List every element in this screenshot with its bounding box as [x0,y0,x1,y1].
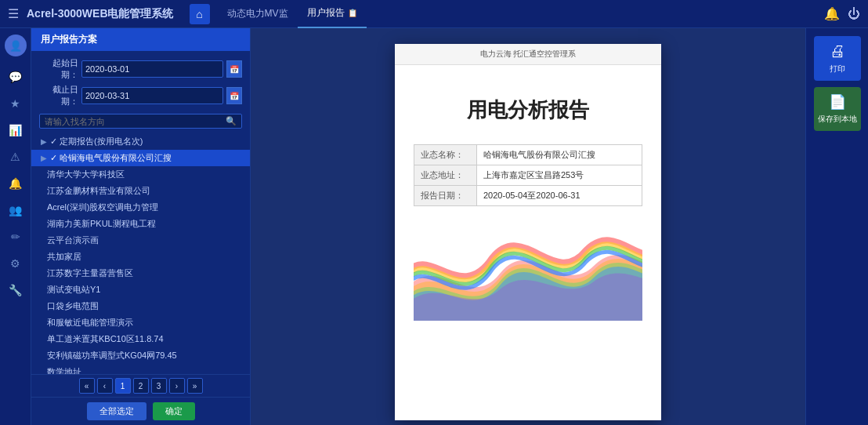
tree-item[interactable]: 湖南力美新PKUL测程电工程 [31,216,250,232]
search-row: 🔍 [39,114,242,129]
panel-header: 用户报告方案 [31,28,250,51]
tree-item[interactable]: 单工道米置其KBC10区11.8.74 [31,331,250,347]
nav-item-badge: 📋 [348,9,357,17]
print-label: 打印 [830,64,845,74]
nav-item-reports[interactable]: 用户报告 📋 [298,0,367,28]
table-row: 报告日期： 2020-05-04至2020-06-31 [414,186,642,206]
start-date-label: 起始日期： [39,57,78,81]
info-label: 业态地址： [414,165,477,186]
right-panel: 🖨 打印 📄 保存到本地 [805,28,868,425]
sidebar-icon-chart[interactable]: 📊 [5,119,27,141]
topbar-nav: 动态电力MV监 用户报告 📋 [218,0,825,28]
tree-item[interactable]: 江苏数字主量器营售区 [31,265,250,282]
topbar: ☰ Acrel-3000WEB电能管理系统 ⌂ 动态电力MV监 用户报告 📋 🔔… [0,0,868,28]
power-icon[interactable]: ⏻ [848,7,860,21]
end-date-calendar-icon[interactable]: 📅 [226,87,242,104]
info-label: 报告日期： [414,186,477,206]
start-date-row: 起始日期： 📅 [39,57,242,81]
tree-item[interactable]: 数学地址 [31,364,250,374]
tree-item[interactable]: ▶ ✓ 定期报告(按用电名次) [31,133,250,150]
start-date-calendar-icon[interactable]: 📅 [226,60,242,78]
left-panel: 用户报告方案 起始日期： 📅 截止日期： 📅 🔍 ▶ ✓ 定期报告(按用电名次) [31,28,251,425]
confirm-button[interactable]: 确定 [153,402,195,420]
tree-expand-icon: ▶ [41,154,47,162]
sidebar-icon-tools[interactable]: 🔧 [5,279,27,301]
search-icon: 🔍 [226,116,237,126]
doc-header: 电力云海 托汇通空控管理系 [395,44,661,65]
export-icon: 📄 [829,93,846,111]
end-date-input[interactable] [81,87,223,104]
tree-item[interactable]: 和服敏近电能管理演示 [31,314,250,331]
page-last-btn[interactable]: » [187,378,203,394]
menu-icon[interactable]: ☰ [8,6,19,21]
search-input[interactable] [45,117,226,126]
page-prev-btn[interactable]: ‹ [97,378,113,394]
info-value: 2020-05-04至2020-06-31 [477,186,642,206]
sidebar-icon-warning[interactable]: ⚠ [5,146,27,168]
page-next-btn[interactable]: › [169,378,185,394]
topbar-right: 🔔 ⏻ [824,6,860,21]
table-row: 业态地址： 上海市嘉定区宝昌路253号 [414,165,642,186]
info-value: 哈铜海电气股份有限公司汇搜 [477,145,642,165]
avatar[interactable]: 👤 [5,35,27,56]
tree-list: ▶ ✓ 定期报告(按用电名次) ▶ ✓ 哈铜海电气股份有限公司汇搜 清华大学大学… [31,132,250,374]
info-label: 业态名称： [414,145,477,165]
doc-info-table: 业态名称： 哈铜海电气股份有限公司汇搜 业态地址： 上海市嘉定区宝昌路253号 … [414,144,642,206]
doc-wave-decoration [414,227,642,321]
panel-form: 起始日期： 📅 截止日期： 📅 [31,51,250,111]
print-button[interactable]: 🖨 打印 [814,36,861,81]
tree-item-selected[interactable]: ▶ ✓ 哈铜海电气股份有限公司汇搜 [31,150,250,166]
reset-button[interactable]: 全部选定 [87,402,146,420]
end-date-row: 截止日期： 📅 [39,84,242,107]
nav-item-monitoring[interactable]: 动态电力MV监 [218,0,298,28]
app-title: Acrel-3000WEB电能管理系统 [27,7,174,21]
tree-item[interactable]: 云平台演示画 [31,232,250,249]
sidebar-icon-settings[interactable]: ⚙ [5,252,27,274]
doc-title: 用电分析报告 [414,96,642,124]
home-button[interactable]: ⌂ [190,4,210,24]
page-first-btn[interactable]: « [79,378,95,394]
page-1-btn[interactable]: 1 [115,378,131,394]
tree-item[interactable]: 清华大学大学科技区 [31,166,250,183]
page-3-btn[interactable]: 3 [151,378,167,394]
export-label: 保存到本地 [818,114,857,125]
export-button[interactable]: 📄 保存到本地 [814,87,861,131]
tree-item[interactable]: 测试变电站Y1 [31,282,250,298]
sidebar-icon-users[interactable]: 👥 [5,199,27,221]
sidebar-icon-edit[interactable]: ✏ [5,226,27,248]
tree-item[interactable]: Acrel(深圳)股权空调电力管理 [31,199,250,216]
sidebar-icon-star[interactable]: ★ [5,93,27,114]
sidebar-icon-bell[interactable]: 🔔 [5,173,27,194]
print-icon: 🖨 [830,42,845,60]
page-2-btn[interactable]: 2 [133,378,149,394]
tree-item[interactable]: 口袋乡电范围 [31,298,250,314]
tree-item[interactable]: 安利镇磁功率调型式KG04网79.45 [31,347,250,364]
tree-item[interactable]: 江苏金鹏材料营业有限公司 [31,183,250,199]
main-layout: 👤 💬 ★ 📊 ⚠ 🔔 👥 ✏ ⚙ 🔧 用户报告方案 起始日期： 📅 截止日期：… [0,28,868,425]
pagination: « ‹ 1 2 3 › » [31,374,250,397]
info-value: 上海市嘉定区宝昌路253号 [477,165,642,186]
sidebar-icons: 👤 💬 ★ 📊 ⚠ 🔔 👥 ✏ ⚙ 🔧 [0,28,31,425]
bottom-buttons: 全部选定 确定 [31,397,250,425]
main-content: 电力云海 托汇通空控管理系 用电分析报告 业态名称： 哈铜海电气股份有限公司汇搜… [251,28,805,425]
tree-item[interactable]: 共加家居 [31,249,250,265]
bell-icon[interactable]: 🔔 [824,6,840,21]
tree-expand-icon: ▶ [41,137,47,146]
start-date-input[interactable] [81,60,223,78]
end-date-label: 截止日期： [39,84,78,107]
sidebar-icon-chat[interactable]: 💬 [5,66,27,88]
doc-body: 用电分析报告 业态名称： 哈铜海电气股份有限公司汇搜 业态地址： 上海市嘉定区宝… [395,65,661,420]
document: 电力云海 托汇通空控管理系 用电分析报告 业态名称： 哈铜海电气股份有限公司汇搜… [395,44,661,420]
table-row: 业态名称： 哈铜海电气股份有限公司汇搜 [414,145,642,165]
home-icon: ⌂ [196,8,202,20]
